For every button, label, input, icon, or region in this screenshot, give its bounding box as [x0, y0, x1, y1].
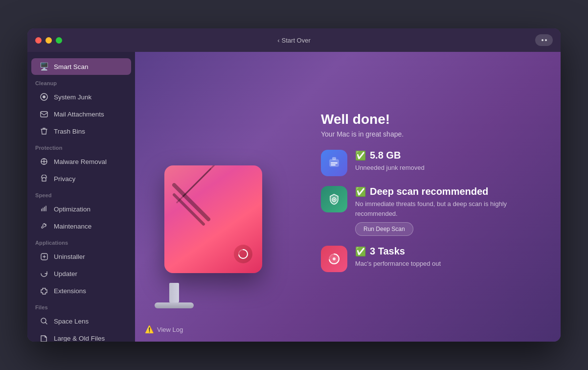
- view-log-label: View Log: [157, 326, 183, 333]
- svg-point-1: [43, 95, 45, 98]
- tasks-icon-wrap: [321, 246, 347, 272]
- section-label-files: Files: [27, 300, 135, 312]
- mac-stand: [155, 283, 194, 322]
- main-content: Well done! Your Mac is in great shape. ✅: [135, 52, 561, 342]
- sidebar-item-uninstaller[interactable]: Uninstaller: [31, 248, 131, 265]
- extensions-label: Extensions: [54, 287, 86, 295]
- warning-icon: ⚠️: [145, 325, 154, 334]
- dot-1: [542, 39, 543, 41]
- title-bar-right: [535, 34, 553, 46]
- maximize-button[interactable]: [56, 37, 62, 44]
- sidebar-item-maintenance[interactable]: Maintenance: [31, 218, 131, 234]
- close-button[interactable]: [35, 37, 42, 44]
- privacy-icon: [39, 174, 49, 184]
- app-window: ‹ Start Over 🖥️ Smart Scan Cleanup: [27, 28, 561, 342]
- sidebar-item-smart-scan[interactable]: 🖥️ Smart Scan: [31, 58, 131, 75]
- optimization-label: Optimization: [54, 206, 90, 213]
- nav-center: ‹ Start Over: [277, 37, 311, 44]
- run-deep-scan-button[interactable]: Run Deep Scan: [355, 222, 413, 236]
- chevron-left-icon: ‹: [277, 37, 279, 44]
- space-lens-label: Space Lens: [54, 318, 89, 325]
- junk-value: 5.8 GB: [370, 150, 401, 161]
- uninstaller-icon: [39, 252, 49, 261]
- smart-scan-icon: 🖥️: [39, 62, 49, 71]
- tasks-check-icon: ✅: [355, 246, 366, 257]
- svg-line-11: [174, 185, 208, 219]
- result-title: Well done!: [321, 112, 541, 127]
- section-label-cleanup: Cleanup: [27, 75, 135, 88]
- minimize-button[interactable]: [45, 37, 52, 44]
- sidebar-item-extensions[interactable]: Extensions: [31, 282, 131, 299]
- sidebar: 🖥️ Smart Scan Cleanup System Junk: [27, 52, 135, 342]
- maintenance-icon: [39, 221, 49, 231]
- junk-heading: ✅ 5.8 GB: [355, 150, 541, 161]
- circle-progress-icon: [234, 245, 252, 263]
- space-lens-icon: [39, 316, 49, 326]
- result-subtitle: Your Mac is in great shape.: [321, 130, 541, 138]
- svg-point-6: [41, 161, 42, 162]
- large-old-files-label: Large & Old Files: [54, 335, 105, 342]
- malware-icon: [39, 157, 49, 166]
- junk-description: Unneeded junk removed: [355, 163, 541, 173]
- junk-result-card: ✅ 5.8 GB Unneeded junk removed: [321, 150, 541, 176]
- section-label-speed: Speed: [27, 187, 135, 200]
- extensions-icon: [39, 286, 49, 296]
- smart-scan-label: Smart Scan: [54, 63, 89, 70]
- sidebar-item-system-junk[interactable]: System Junk: [31, 89, 131, 105]
- deep-scan-description: No immediate threats found, but a deep s…: [355, 199, 541, 218]
- junk-check-icon: ✅: [355, 150, 366, 161]
- deep-scan-heading: ✅ Deep scan recommended: [355, 186, 541, 197]
- more-options-button[interactable]: [535, 34, 553, 46]
- sidebar-item-updater[interactable]: Updater: [31, 265, 131, 282]
- uninstaller-label: Uninstaller: [54, 253, 85, 260]
- deep-scan-result-text: ✅ Deep scan recommended No immediate thr…: [355, 186, 541, 236]
- mail-attachments-label: Mail Attachments: [54, 111, 104, 118]
- svg-rect-2: [41, 112, 47, 117]
- svg-point-5: [44, 163, 45, 164]
- malware-removal-label: Malware Removal: [54, 158, 107, 165]
- dot-2: [545, 39, 547, 41]
- svg-point-18: [334, 199, 335, 201]
- optimization-icon: [39, 204, 49, 214]
- trash-bins-label: Trash Bins: [54, 128, 85, 135]
- system-junk-label: System Junk: [54, 93, 91, 101]
- sidebar-item-mail-attachments[interactable]: Mail Attachments: [31, 106, 131, 122]
- svg-point-4: [44, 159, 45, 160]
- app-body: 🖥️ Smart Scan Cleanup System Junk: [27, 52, 561, 342]
- tasks-heading: ✅ 3 Tasks: [355, 246, 541, 257]
- large-old-files-icon: [39, 333, 49, 342]
- tasks-description: Mac's performance topped out: [355, 259, 541, 269]
- title-bar: ‹ Start Over: [27, 28, 561, 52]
- updater-label: Updater: [54, 270, 77, 278]
- sidebar-item-privacy[interactable]: Privacy: [31, 170, 131, 187]
- tasks-result-text: ✅ 3 Tasks Mac's performance topped out: [355, 246, 541, 269]
- sidebar-item-optimization[interactable]: Optimization: [31, 201, 131, 217]
- mail-icon: [39, 109, 49, 119]
- junk-result-text: ✅ 5.8 GB Unneeded junk removed: [355, 150, 541, 173]
- svg-point-9: [41, 318, 46, 323]
- deep-scan-check-icon: ✅: [355, 186, 366, 197]
- traffic-lights: [35, 37, 62, 44]
- sidebar-item-large-old-files[interactable]: Large & Old Files: [31, 330, 131, 342]
- deep-scan-result-card: ✅ Deep scan recommended No immediate thr…: [321, 186, 541, 236]
- updater-icon: [39, 269, 49, 278]
- tasks-value: 3 Tasks: [370, 246, 405, 257]
- deep-scan-icon-wrap: [321, 186, 347, 212]
- svg-point-21: [333, 257, 336, 260]
- trash-icon: [39, 126, 49, 136]
- view-log-bar[interactable]: ⚠️ View Log: [145, 325, 183, 334]
- svg-rect-16: [332, 157, 336, 160]
- tasks-result-card: ✅ 3 Tasks Mac's performance topped out: [321, 246, 541, 272]
- sidebar-item-malware-removal[interactable]: Malware Removal: [31, 153, 131, 170]
- results-panel: Well done! Your Mac is in great shape. ✅: [321, 112, 541, 282]
- section-label-protection: Protection: [27, 140, 135, 153]
- deep-scan-title: Deep scan recommended: [370, 186, 488, 197]
- svg-point-7: [46, 161, 47, 162]
- section-label-applications: Applications: [27, 235, 135, 248]
- sidebar-item-space-lens[interactable]: Space Lens: [31, 313, 131, 329]
- junk-icon-wrap: [321, 150, 347, 176]
- system-junk-icon: [39, 92, 49, 102]
- mac-screen: [164, 165, 262, 273]
- sidebar-item-trash-bins[interactable]: Trash Bins: [31, 123, 131, 139]
- back-button[interactable]: ‹ Start Over: [277, 37, 311, 44]
